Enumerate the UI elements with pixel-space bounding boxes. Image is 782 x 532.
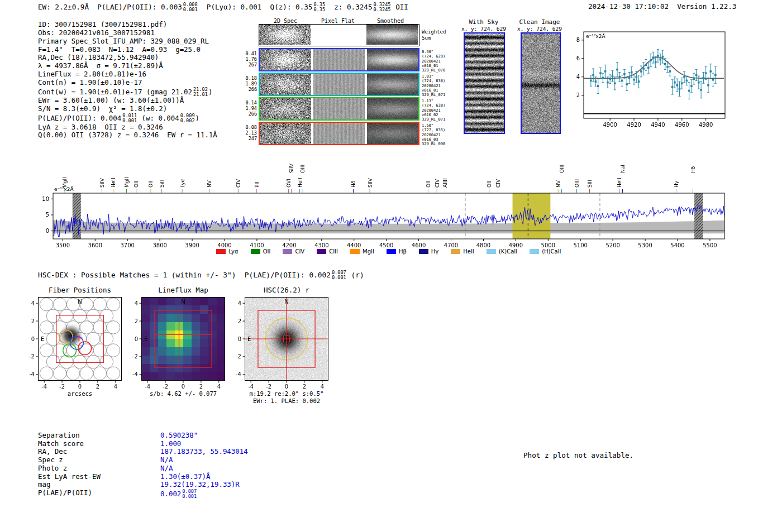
legend-swatch (350, 249, 360, 254)
legend-swatch (283, 249, 292, 254)
hsc-caption-1: m:19.2 re:2.0" s:0.5" (231, 390, 342, 397)
cutout-flat-image (313, 98, 365, 119)
svg-text:2: 2 (31, 318, 35, 324)
svg-text:OIII: OIII (574, 179, 580, 188)
svg-text:4: 4 (321, 384, 324, 390)
text-segment: (r) (347, 271, 364, 279)
info-line: EWr = 3.60(±1.00) (w: 3.60(±1.00))Å (38, 97, 217, 105)
match-field-label: P(LAE)/P(OII) (38, 489, 160, 499)
svg-text:5300: 5300 (638, 242, 652, 248)
svg-text:3900: 3900 (185, 242, 199, 248)
legend-item: CIV (283, 248, 304, 255)
text-segment: (w: 0.004 (137, 114, 179, 122)
svg-text:2: 2 (238, 318, 241, 324)
svg-text:4100: 4100 (250, 242, 264, 248)
text-segment: EW: 2.2±0.9Å P(LAE)/P(OII): 0.003 (38, 3, 182, 11)
match-field-label: Photo z (38, 464, 160, 473)
svg-text:SiII: SiII (159, 180, 165, 188)
svg-text:OII: OII (133, 181, 139, 188)
svg-text:4200: 4200 (282, 242, 296, 248)
match-row: Est LyA rest-EW1.30(±0.37)Å (38, 473, 248, 481)
clean-image-xy: x, y: 724, 629 (514, 26, 565, 32)
svg-text:OIII: OIII (300, 165, 306, 173)
stacked-uncertainty: 0.32450.3245 (374, 2, 391, 12)
match-field-label: Separation (38, 432, 160, 440)
cutout-row (259, 48, 419, 71)
svg-text:-4: -4 (29, 371, 35, 377)
text-segment: 1.30(±0.37)Å (160, 472, 211, 481)
cutout-right-info: 0.50"(724, 629)20200421v016_01329_RL_070 (422, 50, 447, 73)
text-segment: N/A (160, 464, 173, 472)
match-row: Separation0.590238" (38, 432, 248, 440)
spectrum-legend: LyαOIICIVCIIIMgIIHβHγHeII(K)CaII(H)CaII (53, 248, 724, 255)
text-segment: N/A (160, 456, 173, 464)
svg-text:3800: 3800 (152, 242, 166, 248)
match-field-value: 187.183733, 55.943014 (160, 448, 248, 456)
svg-text:5000: 5000 (541, 242, 555, 248)
svg-text:HeII: HeII (617, 178, 622, 188)
stacked-uncertainty: 0.0070.001 (182, 489, 197, 499)
legend-swatch (251, 249, 260, 254)
svg-text:-2: -2 (29, 353, 35, 360)
weighted-sum-label: WeightedSum (422, 29, 447, 41)
cutout-right-info: 1.50"(727, 835)20200421v016_03329_RL_090 (422, 123, 447, 146)
svg-text:-2: -2 (163, 384, 168, 390)
stacked-uncertainty: 0.0090.002 (180, 113, 195, 123)
svg-text:4920: 4920 (627, 122, 641, 128)
cutout-smooth-image (367, 123, 418, 144)
svg-text:-4: -4 (132, 371, 138, 377)
cutout-spec2d-image (260, 123, 311, 144)
text-segment: EWr = 3.60(±1.00) (w: 3.60(±1.00))Å (38, 96, 184, 104)
svg-text:Hγ: Hγ (674, 180, 679, 188)
svg-text:-4: -4 (41, 384, 47, 390)
svg-text:2: 2 (96, 384, 99, 390)
svg-text:0: 0 (285, 384, 288, 390)
svg-text:Lyα: Lyα (180, 179, 185, 188)
text-segment: Cont(w) = 1.90(±0.01)e-17 (gmag 21.02 (38, 88, 192, 96)
svg-text:AlIII: AlIII (442, 178, 448, 188)
elixer-report-page: EW: 2.2±0.9Å P(LAE)/P(OII): 0.0030.0080.… (0, 0, 782, 532)
match-field-value: 19.32(19.32,19.33)R (160, 481, 240, 489)
svg-text:4: 4 (114, 384, 117, 390)
legend-swatch (216, 249, 226, 254)
match-field-label: Match score (38, 440, 160, 448)
legend-swatch (387, 249, 396, 254)
match-field-value: 0.590238" (160, 432, 198, 440)
timestamp-version: 2024-12-30 17:10:02 Version 1.22.3 (588, 2, 736, 11)
info-line: Cont(w) = 1.90(±0.01)e-17 (gmag 21.0221.… (38, 87, 217, 97)
legend-label: HeII (463, 248, 474, 255)
svg-text:3500: 3500 (56, 242, 70, 248)
cutout-smooth-image (367, 74, 418, 95)
legend-item: OII (251, 248, 271, 255)
text-segment: LyA z = 3.0618 OII z = 0.3246 (38, 123, 163, 131)
full-spectrum-plot: 3500360037003800390040004100420043004400… (42, 163, 724, 248)
svg-text:E: E (41, 336, 44, 342)
text-segment: Q(0.00) OII (3728) z = 0.3246 EW r = 11.… (38, 131, 217, 139)
svg-text:MgII: MgII (124, 177, 130, 188)
stacked-uncertainty: 0.350.35 (313, 2, 325, 12)
legend-label: MgII (363, 248, 374, 255)
svg-text:4960: 4960 (675, 122, 689, 128)
info-line: Obs: 20200421v016_3007152981 (38, 29, 217, 37)
match-row: Match score1.000 (38, 440, 248, 448)
svg-text:0: 0 (78, 384, 82, 390)
svg-text:10: 10 (42, 196, 49, 202)
hsc-caption-2: EWr: 1. PLAE: 0.002 (231, 397, 342, 404)
svg-text:NaI: NaI (620, 165, 626, 173)
svg-text:4: 4 (135, 300, 138, 306)
svg-text:e⁻¹⁷x2Å: e⁻¹⁷x2Å (586, 33, 606, 39)
match-row: mag19.32(19.32,19.33)R (38, 481, 248, 489)
text-segment: λ = 4937.86Å σ = 9.71(±2.89)Å (38, 61, 163, 70)
legend-label: Hγ (431, 248, 438, 255)
cutout-flat-image (313, 74, 365, 95)
svg-text:0: 0 (238, 336, 241, 342)
svg-text:4: 4 (31, 300, 35, 306)
match-row: RA, Dec187.183733, 55.943014 (38, 448, 248, 456)
cutout-row (259, 24, 419, 46)
svg-text:5100: 5100 (573, 242, 587, 248)
svg-text:4: 4 (238, 300, 241, 306)
text-segment: P(Lyα): 0.001 Q(z): 0.35 (198, 3, 313, 11)
cutout-smooth-image (367, 49, 418, 70)
lineflux-map-title: Lineflux Map (141, 286, 225, 294)
legend-item: Hγ (419, 248, 438, 255)
